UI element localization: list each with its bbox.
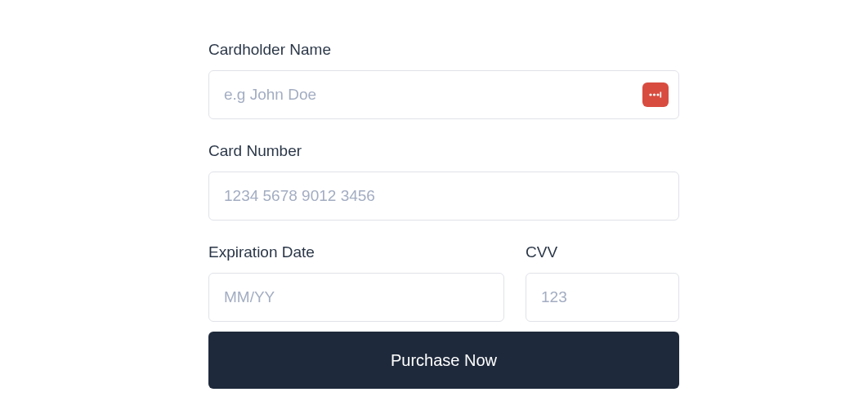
cardnumber-input[interactable] [208,172,679,221]
cardholder-group: Cardholder Name [208,41,679,119]
svg-point-1 [653,93,655,96]
cardholder-input-wrapper [208,70,679,119]
cardnumber-input-wrapper [208,172,679,221]
purchase-button[interactable]: Purchase Now [208,332,679,389]
svg-point-0 [649,93,651,96]
cardholder-label: Cardholder Name [208,41,679,59]
cvv-label: CVV [526,243,679,261]
expiration-group: Expiration Date [208,243,504,322]
password-manager-icon[interactable] [642,82,669,107]
cardnumber-group: Card Number [208,142,679,221]
svg-rect-3 [660,92,662,98]
expiration-label: Expiration Date [208,243,504,261]
cvv-group: CVV [526,243,679,322]
autofill-dots-icon [648,89,663,100]
cardnumber-label: Card Number [208,142,679,160]
exp-cvv-row: Expiration Date CVV [208,243,679,322]
expiration-input[interactable] [208,273,504,322]
payment-form: Cardholder Name Card Number Expiration D… [208,41,679,389]
svg-point-2 [656,93,659,96]
cvv-input[interactable] [526,273,679,322]
cardholder-input[interactable] [208,70,679,119]
